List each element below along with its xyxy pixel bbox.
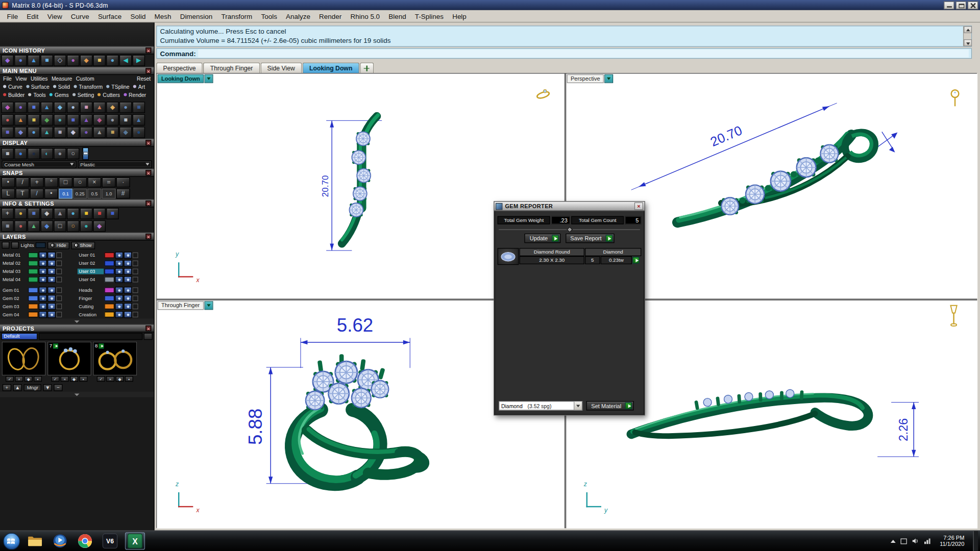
viewport-menu-dropdown[interactable] bbox=[204, 74, 213, 83]
menu-item-blend[interactable]: Blend bbox=[384, 11, 411, 21]
viewport-label[interactable]: Looking Down bbox=[158, 74, 204, 83]
settings-icon[interactable]: ◆ bbox=[41, 220, 53, 232]
splitter-grip-icon[interactable] bbox=[567, 227, 573, 233]
tool-icon[interactable]: ● bbox=[1, 114, 13, 126]
tool-icon[interactable]: ■ bbox=[133, 102, 145, 113]
history-icon[interactable]: ◀ bbox=[119, 55, 132, 66]
close-icon[interactable] bbox=[145, 170, 151, 176]
layer-color-chip[interactable] bbox=[28, 295, 38, 301]
tool-icon[interactable]: ▲ bbox=[41, 127, 53, 138]
snap-icon[interactable]: / bbox=[16, 178, 30, 188]
tool-icon[interactable]: ◆ bbox=[106, 102, 118, 113]
splitter-handle[interactable] bbox=[499, 227, 640, 232]
history-icon[interactable]: ▶ bbox=[133, 55, 145, 66]
tool-icon[interactable]: ◆ bbox=[54, 102, 66, 113]
layer-material-icon[interactable] bbox=[39, 268, 47, 274]
thumb-button[interactable]: × bbox=[61, 376, 69, 382]
layer-visibility-icon[interactable] bbox=[124, 268, 132, 274]
layer-material-icon[interactable] bbox=[115, 311, 123, 318]
layer-visibility-icon[interactable] bbox=[47, 287, 56, 293]
tool-icon[interactable]: ▲ bbox=[133, 114, 145, 126]
excel-button[interactable]: X bbox=[125, 532, 145, 549]
layer-row-gem-04[interactable]: Gem 04 bbox=[1, 311, 76, 319]
close-icon[interactable]: × bbox=[634, 203, 643, 210]
projects-scroll-handle[interactable] bbox=[0, 392, 154, 397]
display-mode-icon[interactable]: ○ bbox=[67, 148, 79, 159]
snap-icon[interactable]: • bbox=[44, 189, 58, 199]
project-default-item[interactable]: Default bbox=[1, 333, 37, 340]
layer-material-icon[interactable] bbox=[115, 276, 123, 283]
main-menu-tspline[interactable]: TSpline bbox=[107, 83, 130, 89]
lights-color-chip[interactable] bbox=[36, 242, 46, 248]
show-button[interactable]: Show bbox=[71, 241, 94, 249]
display-mode-icon[interactable]: ● bbox=[28, 148, 40, 159]
project-thumbnail[interactable] bbox=[2, 342, 46, 375]
layer-row-user-04[interactable]: User 04 bbox=[78, 276, 153, 284]
section-header-icon-history[interactable]: ICON HISTORY bbox=[0, 46, 154, 55]
layer-row-heads[interactable]: Heads bbox=[78, 286, 153, 294]
network-icon[interactable] bbox=[923, 538, 931, 544]
main-menu-file[interactable]: File bbox=[3, 76, 12, 82]
close-button[interactable] bbox=[968, 1, 978, 9]
new-viewport-tab[interactable] bbox=[360, 62, 374, 73]
layer-color-chip[interactable] bbox=[104, 287, 114, 293]
file-explorer-button[interactable] bbox=[25, 532, 45, 549]
layer-checkbox[interactable] bbox=[133, 304, 138, 309]
scroll-down-icon[interactable] bbox=[964, 39, 972, 46]
display-slider[interactable] bbox=[83, 147, 89, 160]
history-icon[interactable]: ◆ bbox=[80, 55, 92, 66]
settings-icon[interactable]: ■ bbox=[80, 208, 92, 219]
layer-checkbox[interactable] bbox=[133, 295, 138, 301]
layer-color-chip[interactable] bbox=[28, 312, 38, 317]
chrome-button[interactable] bbox=[75, 532, 95, 549]
menu-item-transform[interactable]: Transform bbox=[217, 11, 257, 21]
tool-icon[interactable]: ▲ bbox=[41, 102, 53, 113]
speaker-icon[interactable] bbox=[912, 538, 918, 544]
layer-row-gem-01[interactable]: Gem 01 bbox=[1, 286, 76, 294]
layer-settings-icon[interactable] bbox=[11, 242, 19, 248]
tool-icon[interactable]: ● bbox=[133, 127, 145, 138]
main-menu-view[interactable]: View bbox=[15, 76, 27, 82]
snap-value-0-5[interactable]: 0.5 bbox=[87, 189, 101, 199]
main-menu-solid[interactable]: Solid bbox=[53, 83, 70, 89]
main-menu-utilities[interactable]: Utilities bbox=[31, 76, 48, 82]
tool-icon[interactable]: ■ bbox=[80, 102, 92, 113]
layer-row-metal-01[interactable]: Metal 01 bbox=[1, 251, 76, 259]
material-dropdown[interactable]: Diamond (3.52 spg) bbox=[499, 401, 582, 410]
layer-checkbox[interactable] bbox=[56, 295, 62, 301]
bulb-icon[interactable] bbox=[2, 242, 10, 248]
settings-icon[interactable]: ◆ bbox=[41, 208, 53, 219]
menu-item-curve[interactable]: Curve bbox=[66, 11, 93, 21]
snap-value-1-0[interactable]: 1.0 bbox=[102, 189, 116, 199]
layer-material-icon[interactable] bbox=[39, 252, 47, 258]
main-menu-art[interactable]: Art bbox=[133, 83, 145, 89]
layer-row-user-01[interactable]: User 01 bbox=[78, 251, 153, 259]
move-down-button[interactable]: ▼ bbox=[43, 384, 52, 391]
layer-material-icon[interactable] bbox=[115, 303, 123, 310]
remove-project-button[interactable]: − bbox=[54, 384, 63, 391]
mesh-quality-dropdown[interactable]: Coarse Mesh bbox=[2, 161, 76, 168]
layer-visibility-icon[interactable] bbox=[124, 260, 132, 266]
settings-icon[interactable]: ● bbox=[67, 208, 79, 219]
layer-row-metal-04[interactable]: Metal 04 bbox=[1, 276, 76, 284]
viewport-menu-dropdown[interactable] bbox=[604, 74, 613, 83]
viewport-menu-dropdown[interactable] bbox=[204, 301, 213, 310]
minimize-button[interactable] bbox=[944, 1, 954, 9]
chevron-down-icon[interactable] bbox=[574, 402, 582, 410]
layer-color-chip[interactable] bbox=[104, 295, 114, 301]
tool-icon[interactable]: ■ bbox=[1, 127, 13, 138]
layer-visibility-icon[interactable] bbox=[47, 303, 56, 310]
tool-icon[interactable]: ■ bbox=[54, 127, 66, 138]
layer-checkbox[interactable] bbox=[56, 312, 62, 317]
tool-icon[interactable]: ◆ bbox=[67, 127, 79, 138]
tool-icon[interactable]: ● bbox=[80, 127, 92, 138]
menu-item-render[interactable]: Render bbox=[315, 11, 346, 21]
settings-icon[interactable]: □ bbox=[54, 220, 66, 232]
layer-visibility-icon[interactable] bbox=[124, 311, 132, 318]
layer-row-gem-03[interactable]: Gem 03 bbox=[1, 303, 76, 311]
layer-material-icon[interactable] bbox=[39, 303, 47, 310]
close-icon[interactable] bbox=[145, 234, 151, 239]
menu-item-solid[interactable]: Solid bbox=[126, 11, 150, 21]
menu-item-view[interactable]: View bbox=[43, 11, 66, 21]
layer-row-user-02[interactable]: User 02 bbox=[78, 259, 153, 267]
